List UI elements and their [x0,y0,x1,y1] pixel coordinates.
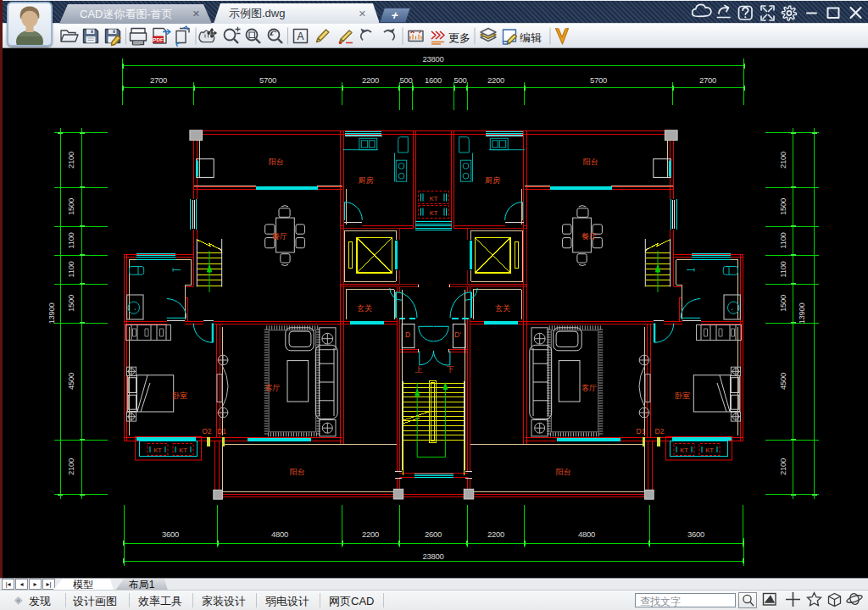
svg-text:2200: 2200 [487,530,504,539]
svg-text:2100: 2100 [778,152,787,169]
svg-text:1100: 1100 [778,261,787,277]
svg-text:D2: D2 [655,427,665,435]
svg-text:下: 下 [447,365,454,374]
svg-text:500: 500 [400,75,413,85]
svg-text:13900: 13900 [47,303,56,324]
svg-text:上: 上 [415,365,423,374]
svg-text:5700: 5700 [590,75,607,85]
svg-text:卧室: 卧室 [675,391,690,400]
svg-text:阳台: 阳台 [583,158,598,166]
svg-text:D: D [405,330,410,339]
svg-text:23800: 23800 [423,552,444,561]
svg-text:4800: 4800 [578,530,595,539]
svg-text:1600: 1600 [425,75,442,85]
svg-text:客厅: 客厅 [581,384,597,392]
svg-text:玄关: 玄关 [495,304,510,313]
svg-text:4800: 4800 [271,530,288,539]
svg-text:阳台: 阳台 [290,468,305,476]
svg-text:4500: 4500 [778,373,787,390]
svg-text:2200: 2200 [362,530,379,539]
svg-text:PDF: PDF [153,36,164,42]
svg-text:1500: 1500 [66,198,75,215]
svg-text:2100: 2100 [778,458,787,475]
svg-text:13900: 13900 [797,303,806,324]
svg-text:卧室: 卧室 [172,391,187,400]
svg-text:23800: 23800 [423,54,444,64]
svg-text:A: A [297,30,303,42]
svg-text:3600: 3600 [162,530,179,539]
svg-text:2200: 2200 [362,75,379,85]
svg-text:KT: KT [153,446,162,454]
svg-text:餐厅: 餐厅 [581,232,597,241]
svg-text:厨房: 厨房 [359,176,374,185]
svg-text:D': D' [454,330,461,339]
svg-text:1100: 1100 [66,232,75,248]
svg-text:厨房: 厨房 [485,176,500,185]
svg-text:2100: 2100 [66,458,75,475]
svg-text:KT: KT [430,209,438,217]
svg-text:玄关: 玄关 [357,304,372,313]
svg-text:2700: 2700 [699,75,716,85]
svg-text:3600: 3600 [687,530,704,539]
svg-text:KT: KT [430,195,438,202]
svg-text:2100: 2100 [66,152,75,169]
svg-text:D1: D1 [217,427,226,435]
svg-text:2700: 2700 [150,75,167,85]
svg-text:1500: 1500 [778,295,787,312]
svg-text:餐厅: 餐厅 [272,232,287,241]
svg-text:4500: 4500 [66,373,75,390]
svg-text:客厅: 客厅 [265,384,281,392]
svg-text:1100: 1100 [66,261,75,277]
svg-text:1500: 1500 [66,295,75,312]
svg-text:O2: O2 [202,427,212,435]
svg-text:KT: KT [179,446,187,454]
svg-text:KT: KT [705,446,714,454]
svg-text:2200: 2200 [487,75,504,85]
svg-text:500: 500 [454,75,467,85]
svg-text:1100: 1100 [778,232,787,248]
svg-text:D1: D1 [637,427,646,435]
svg-text:2600: 2600 [425,530,442,539]
svg-text:KT: KT [680,446,688,454]
svg-text:1500: 1500 [778,198,787,215]
svg-text:阳台: 阳台 [269,158,284,166]
svg-text:5700: 5700 [259,75,276,85]
svg-text:阳台: 阳台 [556,468,571,476]
